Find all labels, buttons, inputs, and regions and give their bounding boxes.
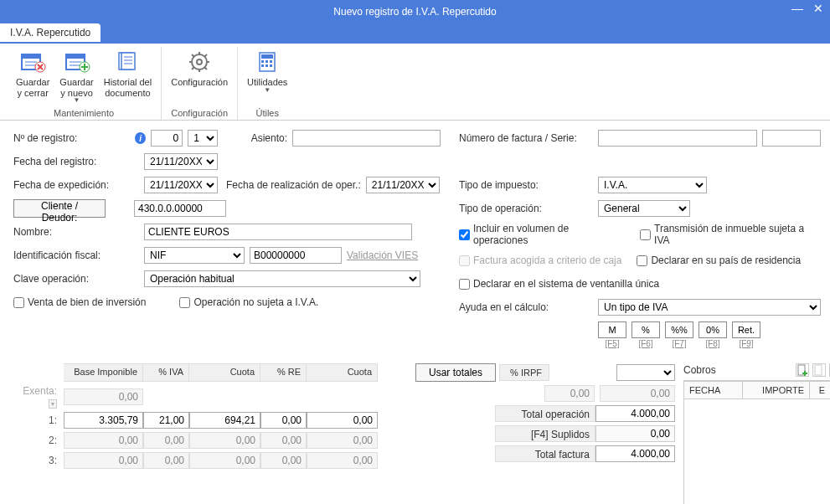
tipoimp-select[interactable]: I.V.A.	[598, 177, 707, 193]
r1-cuota[interactable]	[189, 412, 260, 429]
fechaexp-input[interactable]: 21/11/20XX	[144, 177, 218, 193]
validacion-vies-link[interactable]: Validación VIES	[347, 249, 418, 261]
idfiscal-type-select[interactable]: NIF	[144, 247, 245, 264]
ribbon-group-utils: Utilidades ▼ Útiles	[238, 47, 296, 120]
svg-line-21	[192, 54, 194, 57]
asiento-label: Asiento:	[251, 132, 287, 144]
calc-ret-button[interactable]: Ret.	[732, 321, 760, 338]
save-new-icon	[64, 49, 90, 75]
r2-cuota[interactable]	[189, 432, 260, 449]
calc-pctpct-button[interactable]: %%	[665, 321, 693, 338]
nregistro-select[interactable]: 1	[188, 130, 218, 147]
r1-iva[interactable]	[143, 412, 189, 429]
window-controls: — ✕	[791, 2, 823, 15]
chevron-down-icon[interactable]: ▼	[74, 96, 80, 104]
cliente-button[interactable]: Cliente / Deudor:	[13, 199, 106, 218]
tipoop-select[interactable]: General	[598, 200, 690, 217]
r1-cuota2[interactable]	[307, 412, 378, 429]
fechareal-input[interactable]: 21/11/20XX	[366, 177, 440, 193]
svg-line-24	[204, 54, 207, 57]
save-close-icon	[19, 49, 46, 75]
total-op-value[interactable]	[595, 405, 675, 422]
tab-iva-repercutido[interactable]: I.V.A. Repercutido	[0, 23, 101, 42]
chevron-down-icon[interactable]: ▼	[264, 86, 271, 94]
serie-input[interactable]	[762, 130, 821, 147]
r3-cuota[interactable]	[189, 452, 260, 469]
chk-op-no-sujeta[interactable]: Operación no sujeta a I.V.A.	[179, 296, 318, 308]
irpf-v2[interactable]	[600, 385, 675, 402]
numfact-label: Número de factura / Serie:	[459, 132, 593, 144]
r2-re[interactable]	[260, 432, 307, 449]
idfiscal-label: Identificación fiscal:	[13, 249, 139, 261]
document-history-icon	[114, 49, 141, 75]
svg-rect-34	[815, 365, 822, 375]
chk-venta-bien[interactable]: Venta de bien de inversión	[13, 296, 146, 308]
calc-pct-button[interactable]: %	[632, 321, 660, 338]
fecharegistro-input[interactable]: 21/11/20XX	[144, 153, 218, 170]
svg-rect-1	[22, 54, 40, 59]
ayuda-select[interactable]: Un tipo de IVA	[598, 299, 821, 316]
asiento-input[interactable]	[292, 130, 441, 147]
idfiscal-input[interactable]	[250, 247, 342, 264]
svg-rect-30	[261, 64, 264, 67]
r1-base[interactable]	[64, 412, 143, 429]
config-button[interactable]: Configuración	[167, 47, 232, 106]
col-iva: % IVA	[143, 363, 189, 382]
chk-transmision-inmueble[interactable]: Transmisión de inmueble sujeta a IVA	[640, 223, 821, 246]
r2-base[interactable]	[64, 432, 143, 449]
cliente-input[interactable]	[134, 200, 226, 217]
chk-ventanilla-unica[interactable]: Declarar en el sistema de ventanilla úni…	[459, 278, 659, 290]
r3-base[interactable]	[64, 452, 143, 469]
calc-zero-button[interactable]: 0%	[699, 321, 727, 338]
chk-declarar-pais[interactable]: Declarar en su país de residencia	[637, 255, 801, 266]
tipoimp-label: Tipo de impuesto:	[459, 179, 593, 191]
claveop-select[interactable]: Operación habitual	[144, 270, 420, 287]
irpf-v1[interactable]	[544, 385, 595, 402]
totals-panel: Usar totales % IRPF Total operación [F4]…	[415, 363, 675, 462]
cobros-edit-icon[interactable]	[812, 363, 826, 377]
cobros-body[interactable]	[684, 399, 830, 504]
utilities-button[interactable]: Utilidades ▼	[243, 47, 291, 106]
info-icon[interactable]: i	[135, 132, 146, 144]
col-cuota: Cuota	[189, 363, 260, 382]
calc-m-button[interactable]: M	[598, 321, 626, 338]
ribbon-group-mantenimiento: Guardar y cerrar Guardar y nuevo ▼ Histo…	[7, 47, 162, 120]
suplidos-value[interactable]	[595, 425, 675, 442]
total-factura-value[interactable]	[595, 445, 675, 462]
close-button[interactable]: ✕	[813, 2, 823, 15]
cobros-add-icon[interactable]	[796, 363, 809, 377]
minimize-button[interactable]: —	[791, 2, 803, 15]
suplidos-label[interactable]: [F4] Suplidos	[495, 425, 595, 442]
nombre-label: Nombre:	[13, 226, 139, 238]
numfact-input[interactable]	[598, 130, 757, 147]
r2-cuota2[interactable]	[307, 432, 378, 449]
svg-rect-6	[66, 54, 85, 59]
exenta-base	[64, 388, 143, 405]
col-cuota2: Cuota	[307, 363, 378, 382]
titlebar: Nuevo registro de I.V.A. Repercutido — ✕	[0, 0, 830, 23]
r2-iva[interactable]	[143, 432, 189, 449]
exenta-label: Exenta: ▾	[13, 385, 64, 409]
svg-point-16	[197, 59, 202, 64]
r3-re[interactable]	[260, 452, 307, 469]
irpf-select[interactable]	[616, 364, 675, 381]
svg-line-23	[192, 67, 194, 69]
chk-factura-caja: Factura acogida a criterio de caja	[459, 255, 621, 266]
usar-totales-button[interactable]: Usar totales	[415, 363, 496, 382]
nregistro-label: Nº de registro:	[13, 132, 130, 144]
chk-incluir-volumen[interactable]: Incluir en volumen de operaciones	[459, 223, 625, 246]
nombre-input[interactable]	[144, 224, 412, 240]
r1-re[interactable]	[260, 412, 307, 429]
col-fecha: FECHA	[684, 382, 743, 399]
iva-grid: Base Imponible % IVA Cuota % RE Cuota Ex…	[13, 363, 407, 469]
fechareal-label: Fecha de realización de oper.:	[226, 179, 361, 191]
ribbon: Guardar y cerrar Guardar y nuevo ▼ Histo…	[0, 44, 830, 121]
save-new-button[interactable]: Guardar y nuevo ▼	[55, 47, 97, 106]
history-button[interactable]: Historial del documento	[100, 47, 156, 106]
svg-line-22	[204, 67, 207, 69]
nregistro-input-1[interactable]	[151, 130, 183, 147]
r3-iva[interactable]	[143, 452, 189, 469]
calculator-icon	[254, 49, 281, 75]
save-close-button[interactable]: Guardar y cerrar	[12, 47, 54, 106]
r3-cuota2[interactable]	[307, 452, 378, 469]
